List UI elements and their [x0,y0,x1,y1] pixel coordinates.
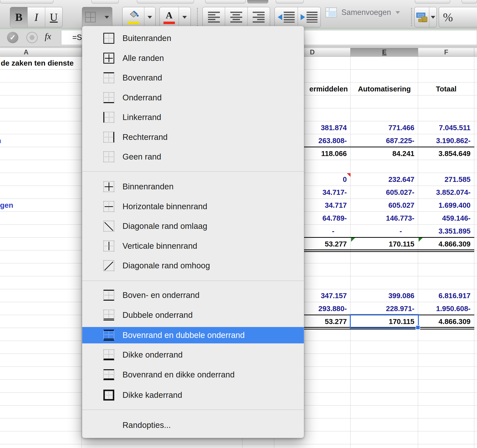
menu-item-verticale-binnenrand[interactable]: Verticale binnenrand [82,238,304,254]
italic-button[interactable]: I [28,7,45,27]
border-horizontal-inner-icon [103,201,114,212]
menu-item-label: Bovenrand en dikke onderrand [122,367,235,383]
cell-a-fragment[interactable]: gen [0,199,13,212]
gridline [81,57,82,448]
grid-cell[interactable]: 399.086 [351,289,418,302]
grid-cell[interactable]: 1.699.400 [418,199,474,212]
column-header-e[interactable]: E [351,48,418,56]
grid-cell[interactable]: 687.225- [351,134,418,147]
menu-item-horizontale-binnenrand[interactable]: Horizontale binnenrand [82,198,304,215]
align-center-button[interactable] [225,7,247,27]
border-diagonal-down-icon [103,221,114,232]
grid-cell[interactable]: 4.866.309 [418,238,474,250]
align-left-button[interactable] [203,7,225,27]
percent-label: % [443,10,453,24]
menu-item-label: Diagonale rand omlaag [122,218,207,234]
formatting-toolbar: B I U [0,0,477,28]
menu-item-label: Binnenranden [122,178,174,195]
column-header-f[interactable]: F [418,48,474,56]
menu-item-label: Alle randen [122,50,164,66]
cell-selection-border[interactable] [350,314,419,328]
border-all-icon [103,53,114,64]
cancel-button[interactable] [26,32,38,43]
insert-function-icon[interactable]: fx [45,31,51,41]
decrease-indent-button[interactable] [275,7,298,27]
bold-button[interactable]: B [10,7,28,27]
menu-item-bovenrand-en-dikke-onderrand[interactable]: Bovenrand en dikke onderrand [82,367,304,383]
percent-format-button[interactable]: % [439,7,477,27]
menu-item-geen-rand[interactable]: Geen rand [82,149,304,165]
grid-cell[interactable]: 3.190.862- [418,134,474,147]
grid-cell[interactable]: 228.971- [351,302,418,315]
grid-cell[interactable]: 605.027 [351,199,418,212]
border-top-icon [103,72,114,83]
chevron-down-icon [148,16,152,19]
menu-item-boven-en-onderrand[interactable]: Boven- en onderrand [82,287,304,303]
menu-item-label: Dubbele onderrand [122,307,193,323]
grid-cell[interactable]: 232.647 [351,173,418,186]
menu-item-bovenrand[interactable]: Bovenrand [82,70,304,86]
menu-item-randopties[interactable]: Randopties... [82,417,304,433]
grid-cell[interactable]: 4.866.309 [418,315,474,328]
menu-item-bovenrand-en-dubbele-onderrand[interactable]: Bovenrand en dubbele onderrand [82,327,304,343]
indent-group [275,7,321,27]
menu-item-alle-randen[interactable]: Alle randen [82,50,304,66]
menu-item-dikke-onderrand[interactable]: Dikke onderrand [82,347,304,363]
fill-color-dropdown[interactable] [144,7,155,27]
grid-cell[interactable]: 7.045.511 [418,121,474,134]
col-header-label-d[interactable]: ermiddelen [305,82,348,95]
grid-cell[interactable]: 771.466 [351,121,418,134]
enter-check-button[interactable]: ✓ [7,32,18,43]
menu-item-label: Verticale binnenrand [122,238,197,254]
menu-item-onderrand[interactable]: Onderrand [82,89,304,106]
grid-cell[interactable]: 3.854.649 [418,147,474,160]
grid-cell[interactable]: 271.585 [418,173,474,186]
grid-cell[interactable]: 1.950.608- [418,302,474,315]
cell-a-fragment[interactable]: n [0,134,2,147]
chevron-down-icon [431,16,435,19]
underline-button[interactable]: U [45,7,62,27]
font-color-button[interactable]: A [160,7,179,27]
menu-item-linkerrand[interactable]: Linkerrand [82,109,304,125]
fill-color-button[interactable] [122,7,144,27]
menu-item-diagonale-rand-omlaag[interactable]: Diagonale rand omlaag [82,218,304,234]
grid-cell[interactable]: 84.241 [351,147,418,160]
toolbar-divider [411,8,412,26]
menu-item-rechterrand[interactable]: Rechterrand [82,129,304,145]
col-header-label-f[interactable]: Totaal [418,82,474,95]
menu-item-binnenranden[interactable]: Binnenranden [82,178,304,195]
grid-cell[interactable]: 605.027- [351,186,418,199]
grid-cell[interactable]: 146.773- [351,212,418,225]
grid-cell[interactable]: 3.852.074- [418,186,474,199]
menu-item-buitenranden[interactable]: Buitenranden [82,30,304,46]
currency-format-group [414,7,437,27]
smarttag-indicator [419,238,423,242]
menu-item-diagonale-rand-omhoog[interactable]: Diagonale rand omhoog [82,257,304,274]
grid-cell[interactable]: 6.816.917 [418,289,474,302]
increase-indent-button[interactable] [298,7,321,27]
merge-cells-button[interactable]: Samenvoegen [325,7,400,17]
toolbar-remnant [276,0,304,3]
menu-item-dikke-kaderrand[interactable]: Dikke kaderrand [82,387,304,403]
menu-item-dubbele-onderrand[interactable]: Dubbele onderrand [82,307,304,323]
border-bottom-icon [103,92,114,103]
cell-a-text[interactable]: de zaken ten dienste [1,57,74,70]
border-inner-icon [103,181,114,192]
currency-format-dropdown[interactable] [429,7,437,27]
font-color-letter: A [166,10,172,21]
currency-format-button[interactable] [415,7,429,27]
grid-cell[interactable]: 3.351.895 [418,225,474,238]
col-header-label-e[interactable]: Automatisering [351,82,418,95]
fill-handle[interactable] [416,325,420,330]
grid-cell[interactable]: 459.146- [418,212,474,225]
align-right-button[interactable] [248,7,270,27]
borders-button[interactable] [82,7,112,27]
smarttag-indicator [351,238,355,242]
grid-cell[interactable]: - [351,225,418,238]
menu-item-label: Bovenrand [122,70,162,86]
border-left-icon [103,112,114,123]
grid-cell[interactable]: 170.115 [351,238,418,250]
comment-indicator [347,173,351,177]
font-color-dropdown[interactable] [179,7,191,27]
column-header-a[interactable]: A [0,48,52,56]
